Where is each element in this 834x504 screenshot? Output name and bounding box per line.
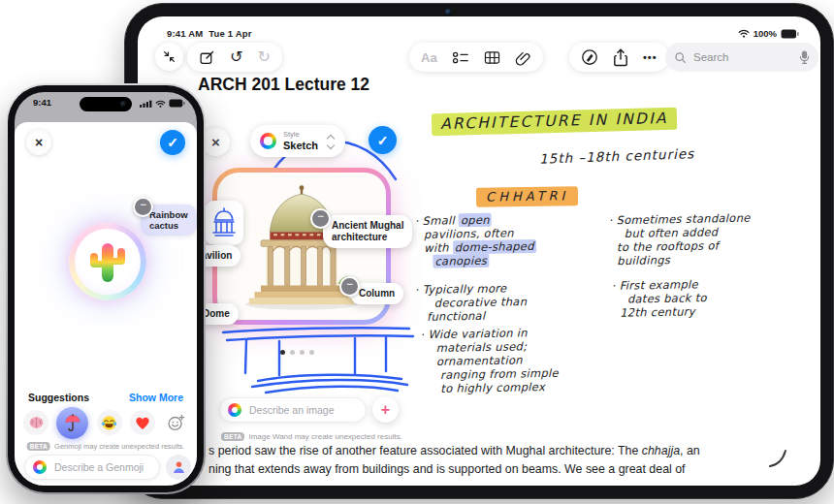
image-prompt-input[interactable] (247, 403, 358, 417)
check-icon: ✓ (167, 135, 178, 150)
image-wand-close-button[interactable]: × (202, 128, 230, 156)
genmoji-beta-note: BETA Genmoji may create unexpected resul… (27, 442, 185, 451)
apple-intelligence-icon (33, 460, 47, 474)
redo-icon[interactable]: ↻ (257, 49, 270, 65)
person-icon (173, 460, 185, 474)
iphone-status-time: 9:41 (33, 97, 51, 108)
chevron-up-down-icon (328, 136, 336, 147)
add-image-button[interactable]: + (372, 396, 399, 423)
remove-genmoji-tag-button[interactable]: − (133, 197, 153, 217)
battery-icon (169, 99, 185, 108)
beta-badge: BETA (221, 432, 244, 441)
remove-tag-button[interactable]: − (339, 276, 360, 297)
close-icon: × (35, 135, 43, 150)
markup-pen-icon[interactable] (581, 48, 598, 66)
ipad-status-right: 100% (738, 28, 799, 39)
style-value: Sketch (283, 141, 318, 151)
genmoji-confirm-button[interactable]: ✓ (160, 130, 185, 155)
ipad-status-date: Tue 1 Apr (208, 28, 252, 39)
pen-sketch-platform (215, 323, 421, 396)
actions-toolbar-group: ••• (569, 43, 669, 72)
style-picker[interactable]: Style Sketch (250, 125, 345, 157)
genmoji-prompt-input[interactable] (52, 460, 151, 474)
suggestion-row (23, 406, 188, 439)
beta-badge: BETA (27, 442, 50, 451)
iphone-device: 9:41 × ✓ − (6, 83, 206, 494)
suggestions-title: Suggestions (28, 392, 89, 403)
image-playground-icon (260, 133, 276, 149)
ipad-camera (445, 9, 452, 16)
image-wand-prompt-field[interactable] (219, 397, 367, 423)
dynamic-island (80, 97, 132, 111)
genmoji-sheet: × ✓ − Rainbow cactus (15, 122, 197, 486)
handwritten-bullet-2: · Typically more decorative than functio… (415, 281, 528, 324)
show-more-link[interactable]: Show More (129, 392, 183, 403)
format-toolbar-group: Aa (409, 43, 543, 72)
image-wand-beta-note: BETA Image Wand may create unexpected re… (221, 432, 402, 441)
apple-intelligence-icon (228, 403, 241, 417)
handwritten-bullet-5: · First example dates back to 12th centu… (612, 277, 708, 320)
search-input[interactable] (691, 50, 794, 64)
joy-emoji[interactable] (97, 410, 122, 435)
handwritten-bullet-3: · Wide variation in materials used; orna… (420, 326, 559, 395)
plus-icon: + (381, 401, 390, 419)
iphone-status-icons (140, 99, 185, 108)
ipad-status-time: 9:41 AM (167, 28, 203, 39)
check-icon: ✓ (377, 133, 389, 148)
marketing-scene: 9:41 AM Tue 1 Apr 100% (0, 0, 834, 504)
typed-paragraph: s period saw the rise of another feature… (208, 442, 790, 479)
person-mode-button[interactable] (166, 455, 191, 480)
signal-icon (140, 100, 152, 108)
battery-percent: 100% (754, 28, 777, 39)
rainbow-cactus-image (88, 239, 127, 284)
remove-tag-button[interactable]: − (310, 208, 331, 229)
edit-toolbar-group: ↺ ↻ (187, 43, 282, 72)
create-emoji-icon[interactable] (163, 410, 188, 435)
share-icon[interactable] (613, 48, 628, 67)
genmoji-close-button[interactable]: × (26, 130, 51, 155)
compose-icon[interactable] (199, 49, 215, 66)
table-icon[interactable] (484, 50, 500, 65)
front-camera (120, 101, 127, 108)
collapse-arrows-icon (162, 49, 176, 64)
original-sketch-thumbnail[interactable] (205, 201, 243, 245)
style-label: Style (283, 131, 318, 139)
collapse-button[interactable] (155, 43, 183, 71)
variant-page-dots[interactable] (280, 350, 314, 355)
mic-icon[interactable] (799, 50, 810, 65)
note-title: ARCH 201 Lecture 12 (198, 75, 369, 95)
ipad-screen: 9:41 AM Tue 1 Apr 100% (138, 16, 820, 486)
handwritten-heading: ARCHITECTURE IN INDIA (432, 110, 677, 134)
ipad-device: 9:41 AM Tue 1 Apr 100% (124, 3, 834, 499)
handwritten-section-title: CHHATRI (476, 188, 579, 205)
handwritten-bullet-4: · Sometimes standalone but often added t… (609, 211, 752, 268)
brain-emoji[interactable] (23, 410, 48, 435)
attachment-icon[interactable] (515, 49, 531, 66)
tag-ancient-mughal[interactable]: Ancient Mughal architecture (323, 215, 412, 248)
iphone-screen: 9:41 × ✓ − (15, 92, 197, 486)
battery-icon (781, 29, 799, 39)
page-curl (768, 445, 789, 468)
handwritten-subheading: 15th –18th centuries (539, 145, 695, 167)
ipad-status-left: 9:41 AM Tue 1 Apr (167, 28, 252, 39)
genmoji-prompt-field[interactable] (24, 455, 160, 480)
more-options-icon[interactable]: ••• (643, 51, 658, 63)
image-wand-confirm-button[interactable]: ✓ (369, 126, 397, 154)
close-icon: × (211, 134, 220, 150)
handwritten-bullet-1: · Small open pavilions, often with dome-… (415, 212, 537, 268)
undo-icon[interactable]: ↺ (230, 49, 242, 65)
wifi-icon (155, 100, 166, 108)
wifi-icon (738, 29, 750, 38)
genmoji-result-bubble (69, 223, 146, 300)
text-format-icon[interactable]: Aa (421, 50, 437, 65)
search-field[interactable] (665, 43, 818, 72)
umbrella-emoji-selected[interactable] (56, 407, 88, 439)
checklist-icon[interactable] (452, 50, 469, 65)
heart-emoji[interactable] (130, 410, 155, 435)
search-icon (674, 51, 687, 64)
